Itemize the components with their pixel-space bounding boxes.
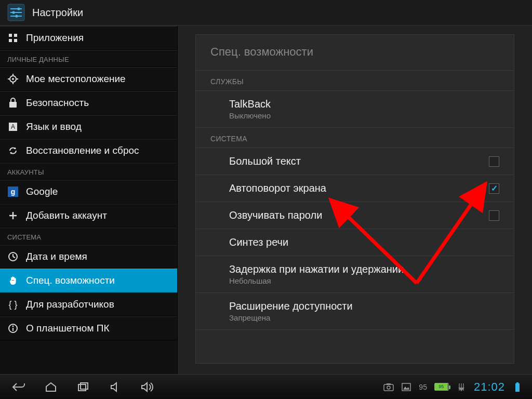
svg-rect-46 [515, 383, 520, 392]
sidebar-item-security[interactable]: Безопасность [0, 91, 177, 115]
row-label: Автоповорот экрана [229, 182, 474, 194]
sidebar-item-label: Дата и время [26, 251, 87, 262]
lock-icon [7, 97, 19, 109]
sidebar-group-system: СИСТЕМА [0, 228, 177, 245]
row-label: TalkBack [229, 98, 485, 110]
sidebar-item-label: Для разработчиков [26, 299, 114, 310]
nav-volume-down-button[interactable] [101, 378, 130, 396]
sidebar-item-label: Добавить аккаунт [26, 210, 107, 221]
row-speak-passwords[interactable]: Озвучивать пароли [196, 202, 514, 229]
sidebar-item-language[interactable]: A Язык и ввод [0, 115, 177, 139]
row-tts[interactable]: Синтез речи [196, 229, 514, 256]
row-label: Задержка при нажатии и удержании [229, 263, 485, 275]
sidebar-item-add-account[interactable]: Добавить аккаунт [0, 204, 177, 228]
app-header: Настройки [0, 0, 532, 26]
nav-home-button[interactable] [36, 378, 65, 396]
row-accessibility-ext[interactable]: Расширение доступности Запрещена [196, 293, 514, 330]
sidebar-item-backup-reset[interactable]: Восстановление и сброс [0, 139, 177, 163]
sidebar-item-label: Мое местоположение [26, 73, 126, 85]
svg-rect-37 [384, 384, 393, 391]
svg-rect-7 [9, 34, 12, 37]
svg-text:A: A [11, 123, 15, 130]
battery-portrait-icon [512, 382, 523, 392]
svg-rect-10 [14, 39, 17, 42]
braces-icon: { } [7, 299, 19, 310]
sidebar-item-label: Безопасность [26, 97, 89, 109]
svg-point-4 [12, 11, 15, 14]
row-label: Расширение доступности [229, 300, 485, 312]
row-label: Большой текст [229, 155, 474, 167]
svg-point-6 [15, 15, 18, 17]
language-icon: A [7, 121, 19, 132]
row-large-text[interactable]: Большой текст [196, 148, 514, 175]
sidebar-group-accounts: АККАУНТЫ [0, 163, 177, 180]
image-icon [401, 382, 411, 392]
nav-recents-button[interactable] [69, 378, 98, 396]
status-tray[interactable]: 95 95 21:02 [383, 380, 528, 394]
svg-rect-9 [9, 39, 12, 42]
sidebar-item-label: О планшетном ПК [26, 323, 110, 334]
settings-screen: Настройки Приложения ЛИЧНЫЕ ДАННЫЕ Мое м… [0, 0, 532, 399]
sidebar-item-location[interactable]: Мое местоположение [0, 67, 177, 91]
sidebar-item-apps[interactable]: Приложения [0, 26, 177, 50]
checkbox-speak-passwords[interactable] [489, 210, 499, 221]
checkbox-large-text[interactable] [489, 156, 499, 167]
section-system: СИСТЕМА [196, 128, 514, 148]
svg-rect-35 [78, 384, 86, 391]
sidebar-item-developer[interactable]: { } Для разработчиков [0, 292, 177, 316]
target-icon [7, 73, 19, 85]
checkbox-auto-rotate[interactable] [489, 183, 499, 194]
svg-rect-31 [12, 328, 14, 331]
apps-icon [7, 32, 19, 44]
system-navbar: 95 95 21:02 [0, 374, 532, 399]
row-sub: Запрещена [229, 313, 485, 322]
row-label: Синтез речи [229, 236, 485, 248]
svg-rect-39 [387, 383, 391, 385]
sidebar-group-personal: ЛИЧНЫЕ ДАННЫЕ [0, 50, 177, 67]
panel-title: Спец. возможности [196, 35, 514, 71]
section-services: СЛУЖБЫ [196, 71, 514, 91]
sidebar-item-label: Приложения [26, 32, 84, 44]
row-talkback[interactable]: TalkBack Выключено [196, 91, 514, 128]
plus-icon [7, 210, 19, 221]
settings-icon [6, 3, 26, 22]
row-label: Озвучивать пароли [229, 209, 474, 221]
battery-percent-text: 95 [419, 383, 427, 391]
hand-icon [7, 275, 19, 286]
sidebar-item-label: Язык и ввод [26, 121, 82, 132]
sidebar-item-label: Спец. возможности [26, 275, 115, 286]
sidebar-item-about[interactable]: О планшетном ПК [0, 316, 177, 340]
settings-main: Спец. возможности СЛУЖБЫ TalkBack Выключ… [178, 26, 532, 374]
sync-icon [7, 145, 19, 156]
svg-marker-41 [403, 387, 409, 390]
settings-sidebar: Приложения ЛИЧНЫЕ ДАННЫЕ Мое местоположе… [0, 26, 178, 374]
svg-line-28 [13, 257, 15, 258]
accessibility-panel: Спец. возможности СЛУЖБЫ TalkBack Выключ… [195, 34, 514, 364]
row-touch-hold-delay[interactable]: Задержка при нажатии и удержании Небольш… [196, 256, 514, 293]
info-icon [7, 323, 19, 334]
svg-point-2 [17, 7, 20, 10]
svg-rect-36 [81, 383, 88, 389]
clock-icon [7, 251, 19, 262]
battery-icon: 95 [434, 383, 449, 391]
svg-text:g: g [11, 188, 16, 196]
app-title: Настройки [32, 7, 83, 19]
svg-point-30 [12, 326, 14, 327]
row-auto-rotate[interactable]: Автоповорот экрана [196, 175, 514, 202]
download-icon [456, 382, 467, 392]
sidebar-item-label: Google [26, 186, 58, 197]
sidebar-item-accessibility[interactable]: Спец. возможности [0, 269, 177, 292]
sidebar-item-google[interactable]: g Google [0, 180, 177, 204]
svg-rect-47 [516, 382, 518, 383]
google-icon: g [7, 186, 19, 197]
svg-rect-17 [9, 102, 17, 108]
row-sub: Небольшая [229, 276, 485, 285]
status-clock: 21:02 [474, 380, 505, 394]
screenshot-icon [383, 382, 394, 392]
nav-back-button[interactable] [4, 378, 33, 396]
svg-point-38 [387, 386, 390, 389]
sidebar-item-datetime[interactable]: Дата и время [0, 245, 177, 269]
nav-volume-up-button[interactable] [133, 378, 162, 396]
row-sub: Выключено [229, 111, 485, 120]
sidebar-item-label: Восстановление и сброс [26, 145, 139, 156]
